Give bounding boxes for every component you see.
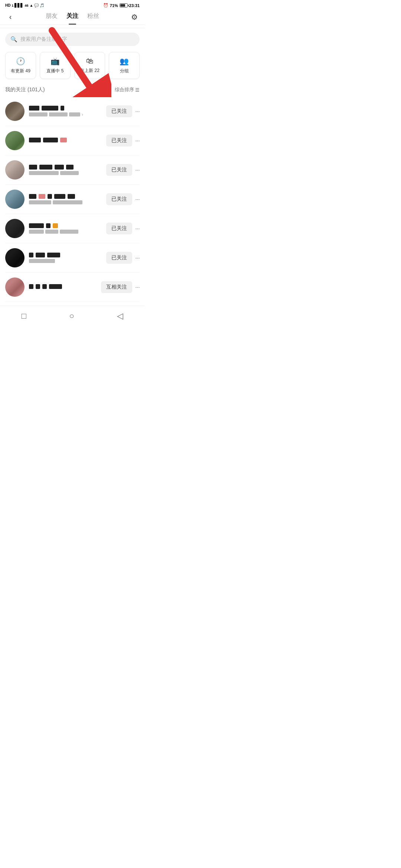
name-block	[36, 284, 40, 289]
nav-tabs: 朋友 关注 粉丝	[16, 12, 128, 22]
sort-icon: ☰	[135, 87, 140, 93]
chevron-right-icon: ›	[82, 112, 83, 117]
list-item: 互相关注 ···	[5, 273, 140, 302]
user-info	[29, 165, 106, 175]
name-block-2	[42, 106, 58, 111]
name-block	[48, 194, 52, 199]
list-item: 已关注 ···	[5, 185, 140, 214]
meta-block-3	[69, 112, 80, 116]
name-block	[46, 223, 50, 228]
name-block	[54, 194, 65, 199]
list-item: 已关注 ···	[5, 214, 140, 243]
desc-block	[53, 200, 82, 204]
list-item: 已关注 ···	[5, 126, 140, 155]
avatar	[5, 277, 25, 297]
name-block	[29, 253, 33, 257]
name-block	[29, 194, 36, 199]
wechat-icon: 💬	[34, 3, 39, 7]
filter-group[interactable]: 👥 分组	[109, 52, 140, 79]
follow-button[interactable]: 已关注	[106, 135, 132, 147]
name-block-pink	[60, 138, 67, 142]
desc-block	[29, 230, 44, 234]
avatar	[5, 102, 25, 121]
more-button[interactable]: ···	[135, 254, 140, 262]
list-item: › 已关注 ···	[5, 97, 140, 126]
recents-button[interactable]: ◁	[117, 311, 123, 321]
music-icon: 🎵	[40, 3, 44, 7]
follow-button[interactable]: 已关注	[106, 193, 132, 205]
more-button[interactable]: ···	[135, 195, 140, 203]
name-block	[47, 253, 60, 257]
hd-label: HD	[5, 3, 10, 7]
bottom-nav: □ ○ ◁	[0, 306, 145, 328]
status-left: HD 1 ▋▋▋ 46 ▲ 💬 🎵	[5, 3, 44, 7]
user-info	[29, 223, 106, 234]
name-block-3	[61, 106, 64, 111]
desc-block	[29, 259, 55, 263]
status-right: ⏰ 71% 23:31	[103, 3, 140, 8]
name-block	[36, 253, 45, 257]
list-item: 已关注 ···	[5, 155, 140, 185]
desc-block	[60, 171, 79, 175]
follow-button[interactable]: 已关注	[106, 164, 132, 176]
name-block	[39, 165, 52, 170]
name-block	[29, 284, 33, 289]
signal-bars: ▋▋▋	[14, 3, 23, 7]
user-info: ›	[29, 106, 106, 117]
alarm-icon: ⏰	[103, 3, 108, 8]
name-block-orange	[53, 223, 58, 228]
settings-button[interactable]: ⚙	[128, 13, 140, 22]
home-button[interactable]: □	[22, 311, 26, 321]
battery-percent: 71%	[110, 3, 118, 8]
user-info	[29, 138, 106, 144]
avatar	[5, 131, 25, 150]
search-icon: 🔍	[10, 36, 17, 43]
desc-block	[60, 230, 78, 234]
tab-following[interactable]: 关注	[66, 12, 78, 22]
clock-icon: 🕐	[16, 57, 25, 66]
avatar	[5, 160, 25, 180]
list-item: 已关注 ···	[5, 243, 140, 273]
name-block-1	[29, 106, 39, 111]
follow-button[interactable]: 已关注	[106, 105, 132, 117]
name-block	[43, 138, 58, 142]
avatar	[5, 190, 25, 209]
mutual-follow-button[interactable]: 互相关注	[101, 281, 132, 293]
data-signal: 46	[25, 4, 28, 7]
filter-updates-label: 有更新 49	[11, 68, 30, 74]
desc-block	[29, 200, 51, 204]
wifi-icon: ▲	[29, 3, 33, 7]
back-home-button[interactable]: ○	[69, 311, 74, 321]
name-block	[66, 165, 74, 170]
follow-button[interactable]: 已关注	[106, 252, 132, 264]
battery-icon	[120, 3, 128, 7]
name-block	[42, 284, 47, 289]
user-info	[29, 194, 106, 204]
nav-bar: ‹ 朋友 关注 粉丝 ⚙	[0, 9, 145, 25]
name-block	[68, 194, 75, 199]
more-button[interactable]: ···	[135, 166, 140, 174]
more-button[interactable]: ···	[135, 225, 140, 233]
sort-label: 综合排序	[115, 86, 134, 93]
more-button[interactable]: ···	[135, 108, 140, 115]
tab-fans[interactable]: 粉丝	[87, 12, 99, 22]
sort-button[interactable]: 综合排序 ☰	[115, 86, 140, 93]
user-list: › 已关注 ··· 已关注 ···	[0, 97, 145, 302]
name-block	[29, 165, 37, 170]
avatar	[5, 248, 25, 267]
more-button[interactable]: ···	[135, 283, 140, 291]
user-info	[29, 284, 101, 290]
name-block-pink	[39, 194, 45, 199]
arrow-annotation	[30, 27, 111, 97]
follow-button[interactable]: 已关注	[106, 223, 132, 234]
more-button[interactable]: ···	[135, 137, 140, 145]
group-icon: 👥	[120, 57, 129, 66]
filter-group-label: 分组	[120, 68, 129, 74]
status-bar: HD 1 ▋▋▋ 46 ▲ 💬 🎵 ⏰ 71% 23:31	[0, 0, 145, 9]
name-block	[55, 165, 64, 170]
meta-block-1	[29, 112, 48, 116]
name-block	[49, 284, 62, 289]
back-button[interactable]: ‹	[4, 13, 16, 21]
sim-label: 1	[12, 4, 13, 7]
tab-friends[interactable]: 朋友	[46, 12, 58, 22]
